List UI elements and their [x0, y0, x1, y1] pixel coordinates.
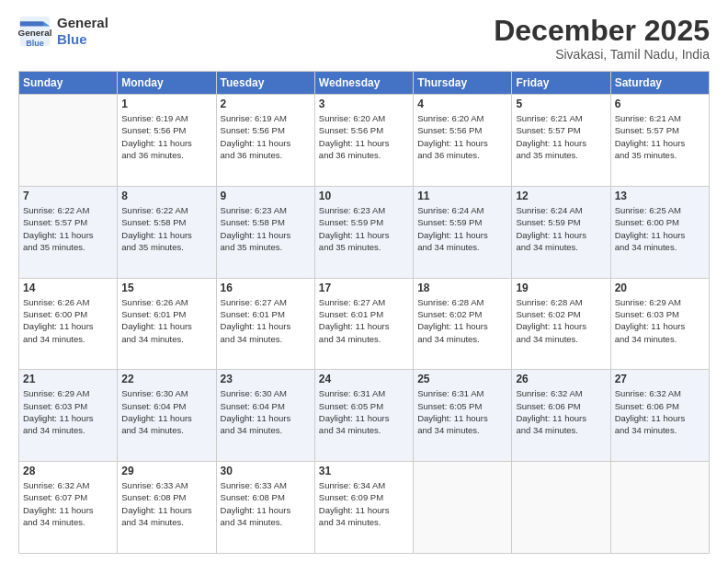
calendar-cell: 16Sunrise: 6:27 AMSunset: 6:01 PMDayligh… — [216, 278, 314, 370]
header: General Blue General Blue December 2025 … — [18, 15, 710, 62]
day-number: 19 — [516, 282, 606, 294]
day-info: Sunrise: 6:33 AMSunset: 6:08 PMDaylight:… — [121, 479, 211, 528]
day-number: 25 — [417, 373, 507, 385]
day-number: 17 — [319, 282, 409, 294]
day-info: Sunrise: 6:26 AMSunset: 6:00 PMDaylight:… — [23, 296, 113, 345]
day-number: 29 — [121, 465, 211, 477]
calendar-cell: 6Sunrise: 6:21 AMSunset: 5:57 PMDaylight… — [610, 95, 709, 187]
calendar-cell: 1Sunrise: 6:19 AMSunset: 5:56 PMDaylight… — [118, 95, 216, 187]
day-info: Sunrise: 6:22 AMSunset: 5:58 PMDaylight:… — [121, 204, 211, 253]
day-info: Sunrise: 6:19 AMSunset: 5:56 PMDaylight:… — [121, 112, 211, 161]
calendar-cell: 29Sunrise: 6:33 AMSunset: 6:08 PMDayligh… — [118, 462, 216, 554]
day-info: Sunrise: 6:20 AMSunset: 5:56 PMDaylight:… — [319, 112, 409, 161]
calendar-cell: 26Sunrise: 6:32 AMSunset: 6:06 PMDayligh… — [512, 370, 610, 462]
title-block: December 2025 Sivakasi, Tamil Nadu, Indi… — [494, 15, 710, 62]
day-info: Sunrise: 6:31 AMSunset: 6:05 PMDaylight:… — [319, 387, 409, 436]
calendar-cell: 11Sunrise: 6:24 AMSunset: 5:59 PMDayligh… — [414, 186, 512, 278]
calendar-week-row: 1Sunrise: 6:19 AMSunset: 5:56 PMDaylight… — [19, 95, 710, 187]
calendar-cell: 17Sunrise: 6:27 AMSunset: 6:01 PMDayligh… — [314, 278, 413, 370]
calendar-cell: 22Sunrise: 6:30 AMSunset: 6:04 PMDayligh… — [118, 370, 216, 462]
logo: General Blue General Blue — [18, 15, 108, 48]
calendar-header-thursday: Thursday — [414, 72, 512, 95]
day-number: 9 — [221, 190, 311, 202]
day-number: 12 — [516, 190, 606, 202]
location: Sivakasi, Tamil Nadu, India — [494, 47, 710, 62]
day-number: 3 — [319, 98, 409, 110]
calendar-header-friday: Friday — [512, 72, 610, 95]
day-number: 24 — [319, 373, 409, 385]
day-info: Sunrise: 6:21 AMSunset: 5:57 PMDaylight:… — [615, 112, 705, 161]
calendar-week-row: 14Sunrise: 6:26 AMSunset: 6:00 PMDayligh… — [19, 278, 710, 370]
calendar-header-sunday: Sunday — [19, 72, 118, 95]
day-number: 18 — [417, 282, 507, 294]
day-number: 2 — [221, 98, 311, 110]
day-number: 10 — [319, 190, 409, 202]
day-info: Sunrise: 6:34 AMSunset: 6:09 PMDaylight:… — [319, 479, 409, 528]
day-number: 30 — [221, 465, 311, 477]
calendar-cell: 14Sunrise: 6:26 AMSunset: 6:00 PMDayligh… — [19, 278, 118, 370]
calendar-cell: 18Sunrise: 6:28 AMSunset: 6:02 PMDayligh… — [414, 278, 512, 370]
calendar-cell: 23Sunrise: 6:30 AMSunset: 6:04 PMDayligh… — [216, 370, 314, 462]
day-number: 13 — [615, 190, 705, 202]
calendar-cell: 8Sunrise: 6:22 AMSunset: 5:58 PMDaylight… — [118, 186, 216, 278]
calendar-cell: 7Sunrise: 6:22 AMSunset: 5:57 PMDaylight… — [19, 186, 118, 278]
day-info: Sunrise: 6:19 AMSunset: 5:56 PMDaylight:… — [221, 112, 311, 161]
calendar-cell: 15Sunrise: 6:26 AMSunset: 6:01 PMDayligh… — [118, 278, 216, 370]
day-number: 4 — [417, 98, 507, 110]
day-info: Sunrise: 6:25 AMSunset: 6:00 PMDaylight:… — [615, 204, 705, 253]
month-title: December 2025 — [494, 15, 710, 47]
day-info: Sunrise: 6:33 AMSunset: 6:08 PMDaylight:… — [221, 479, 311, 528]
page: General Blue General Blue December 2025 … — [0, 0, 728, 563]
day-info: Sunrise: 6:23 AMSunset: 5:59 PMDaylight:… — [319, 204, 409, 253]
calendar-cell: 20Sunrise: 6:29 AMSunset: 6:03 PMDayligh… — [610, 278, 709, 370]
day-number: 14 — [23, 282, 113, 294]
calendar-table: SundayMondayTuesdayWednesdayThursdayFrid… — [18, 71, 710, 554]
day-number: 31 — [319, 465, 409, 477]
calendar-week-row: 7Sunrise: 6:22 AMSunset: 5:57 PMDaylight… — [19, 186, 710, 278]
calendar-header-tuesday: Tuesday — [216, 72, 314, 95]
day-number: 16 — [221, 282, 311, 294]
day-number: 23 — [221, 373, 311, 385]
day-info: Sunrise: 6:27 AMSunset: 6:01 PMDaylight:… — [319, 296, 409, 345]
svg-rect-3 — [20, 21, 43, 26]
logo-text: General Blue — [57, 15, 108, 48]
logo-line1: General — [57, 15, 108, 31]
calendar-cell: 21Sunrise: 6:29 AMSunset: 6:03 PMDayligh… — [19, 370, 118, 462]
calendar-week-row: 21Sunrise: 6:29 AMSunset: 6:03 PMDayligh… — [19, 370, 710, 462]
day-number: 5 — [516, 98, 606, 110]
day-number: 22 — [121, 373, 211, 385]
day-info: Sunrise: 6:29 AMSunset: 6:03 PMDaylight:… — [23, 387, 113, 436]
calendar-header-monday: Monday — [118, 72, 216, 95]
calendar-cell: 2Sunrise: 6:19 AMSunset: 5:56 PMDaylight… — [216, 95, 314, 187]
calendar-cell: 27Sunrise: 6:32 AMSunset: 6:06 PMDayligh… — [610, 370, 709, 462]
day-info: Sunrise: 6:29 AMSunset: 6:03 PMDaylight:… — [615, 296, 705, 345]
day-number: 8 — [121, 190, 211, 202]
calendar-cell: 24Sunrise: 6:31 AMSunset: 6:05 PMDayligh… — [314, 370, 413, 462]
svg-text:General: General — [18, 28, 51, 38]
day-info: Sunrise: 6:22 AMSunset: 5:57 PMDaylight:… — [23, 204, 113, 253]
logo-line2: Blue — [57, 31, 108, 48]
calendar-header-saturday: Saturday — [610, 72, 709, 95]
day-info: Sunrise: 6:20 AMSunset: 5:56 PMDaylight:… — [417, 112, 507, 161]
calendar-cell: 19Sunrise: 6:28 AMSunset: 6:02 PMDayligh… — [512, 278, 610, 370]
day-info: Sunrise: 6:32 AMSunset: 6:06 PMDaylight:… — [615, 387, 705, 436]
day-info: Sunrise: 6:24 AMSunset: 5:59 PMDaylight:… — [417, 204, 507, 253]
day-number: 1 — [121, 98, 211, 110]
day-info: Sunrise: 6:31 AMSunset: 6:05 PMDaylight:… — [417, 387, 507, 436]
calendar-cell: 5Sunrise: 6:21 AMSunset: 5:57 PMDaylight… — [512, 95, 610, 187]
day-info: Sunrise: 6:30 AMSunset: 6:04 PMDaylight:… — [221, 387, 311, 436]
calendar-cell: 10Sunrise: 6:23 AMSunset: 5:59 PMDayligh… — [314, 186, 413, 278]
day-number: 26 — [516, 373, 606, 385]
day-info: Sunrise: 6:28 AMSunset: 6:02 PMDaylight:… — [516, 296, 606, 345]
day-info: Sunrise: 6:28 AMSunset: 6:02 PMDaylight:… — [417, 296, 507, 345]
calendar-cell — [610, 462, 709, 554]
calendar-cell — [512, 462, 610, 554]
calendar-cell: 9Sunrise: 6:23 AMSunset: 5:58 PMDaylight… — [216, 186, 314, 278]
calendar-header-row: SundayMondayTuesdayWednesdayThursdayFrid… — [19, 72, 710, 95]
logo-icon: General Blue — [18, 15, 51, 48]
day-info: Sunrise: 6:30 AMSunset: 6:04 PMDaylight:… — [121, 387, 211, 436]
day-info: Sunrise: 6:27 AMSunset: 6:01 PMDaylight:… — [221, 296, 311, 345]
day-number: 15 — [121, 282, 211, 294]
calendar-cell: 4Sunrise: 6:20 AMSunset: 5:56 PMDaylight… — [414, 95, 512, 187]
calendar-cell — [414, 462, 512, 554]
